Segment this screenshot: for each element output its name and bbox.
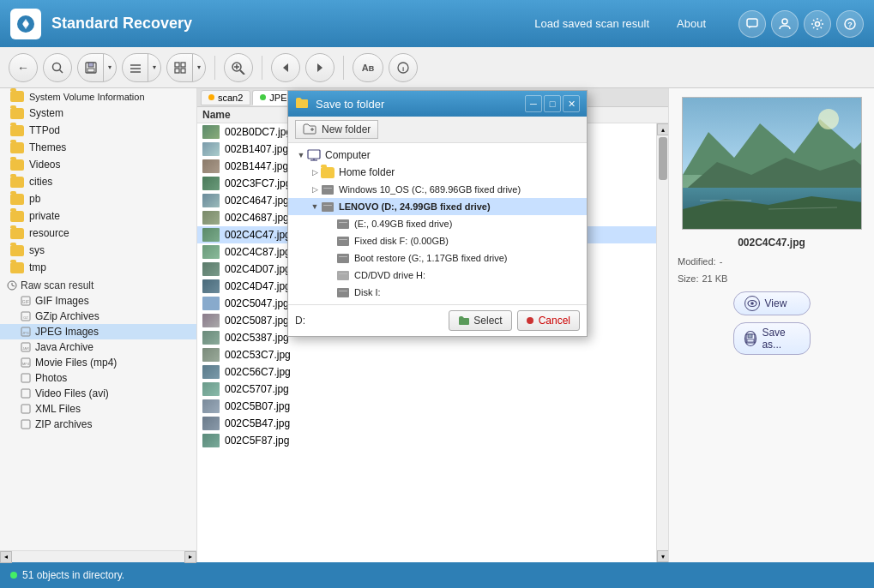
file-thumb (202, 434, 220, 447)
hscroll-right[interactable]: ▸ (184, 551, 196, 563)
vscroll-up[interactable]: ▴ (657, 123, 669, 135)
tree-windows-drive[interactable]: ▷ Windows 10_OS (C:, 689.96GB fixed driv… (288, 181, 587, 198)
tree-expand-e[interactable] (329, 218, 336, 230)
vscroll-down[interactable]: ▾ (657, 550, 669, 562)
tree-subdrive-i[interactable]: Disk I: (288, 284, 587, 301)
view-button[interactable]: View (733, 291, 811, 315)
svg-rect-2 (747, 19, 757, 27)
tree-expand-home[interactable]: ▷ (309, 166, 321, 178)
tree-computer[interactable]: ▼ Computer (288, 147, 587, 164)
next-button[interactable] (305, 53, 335, 82)
folder-icon (10, 245, 24, 256)
sidebar-item-tmp[interactable]: tmp (0, 259, 196, 276)
save-button-group[interactable]: ▾ (77, 53, 117, 82)
chat-button[interactable] (738, 10, 766, 38)
sidebar-item-zip[interactable]: ZIP archives (0, 417, 196, 432)
tree-expand-computer[interactable]: ▼ (295, 149, 307, 161)
save-dropdown-arrow[interactable]: ▾ (104, 54, 116, 81)
file-row[interactable]: 002C56C7.jpg (197, 363, 656, 381)
dialog-close-button[interactable]: ✕ (563, 95, 580, 112)
file-thumb (202, 262, 220, 276)
sidebar-item-movie[interactable]: MP4 Movie Files (mp4) (0, 355, 196, 370)
tree-expand-lenovo[interactable]: ▼ (309, 201, 321, 213)
new-folder-button[interactable]: New folder (295, 120, 378, 139)
dialog-titlebar: Save to folder ─ □ ✕ (288, 91, 587, 117)
save-to-folder-dialog: Save to folder ─ □ ✕ New folder ▼ Comput… (287, 90, 588, 337)
back-button[interactable]: ← (9, 53, 38, 82)
tree-home-folder[interactable]: ▷ Home folder (288, 164, 587, 181)
file-thumb (202, 382, 220, 396)
file-row[interactable]: 002C5B07.jpg (197, 398, 656, 415)
list-dropdown-arrow[interactable]: ▾ (148, 54, 160, 81)
sidebar-item-system-volume[interactable]: System Volume Information (0, 88, 196, 105)
sidebar-item-gif[interactable]: GIF GIF Images (0, 293, 196, 309)
prev-button[interactable] (271, 53, 300, 82)
tree-expand-g[interactable] (329, 252, 336, 264)
file-row[interactable]: 002C5707.jpg (197, 381, 656, 398)
spacer (678, 267, 865, 273)
sidebar-item-gzip[interactable]: GZ GZip Archives (0, 309, 196, 324)
view-icon (744, 296, 760, 311)
sidebar-item-video-avi[interactable]: Video Files (avi) (0, 386, 196, 401)
tree-expand-h[interactable] (329, 269, 336, 281)
sidebar-item-photos[interactable]: Photos (0, 370, 196, 386)
file-thumb (202, 125, 220, 139)
view-dropdown-arrow[interactable]: ▾ (193, 54, 205, 81)
file-row[interactable]: 002C5B47.jpg (197, 415, 656, 432)
dialog-minimize-button[interactable]: ─ (525, 95, 542, 112)
save-button[interactable] (78, 54, 104, 81)
sidebar-item-ttpod[interactable]: TTPod (0, 122, 196, 139)
user-button[interactable] (771, 10, 799, 38)
sidebar-item-themes[interactable]: Themes (0, 139, 196, 156)
svg-rect-18 (181, 69, 185, 73)
tree-subdrive-h[interactable]: CD/DVD drive H: (288, 267, 587, 284)
sidebar-item-xml[interactable]: XML Files (0, 401, 196, 417)
svg-rect-40 (21, 374, 30, 382)
about-nav[interactable]: About (663, 12, 720, 35)
tree-expand-f[interactable] (329, 235, 336, 247)
sidebar-item-system[interactable]: System (0, 105, 196, 122)
scan-button[interactable] (224, 53, 253, 82)
settings-button[interactable] (804, 10, 831, 38)
dialog-select-button[interactable]: Select (449, 310, 511, 331)
info-button[interactable]: i (389, 53, 418, 82)
tree-expand-windows[interactable]: ▷ (309, 183, 321, 195)
load-scan-nav[interactable]: Load saved scan result (521, 12, 663, 35)
folder-icon (10, 159, 24, 171)
sidebar-item-java[interactable]: JAR Java Archive (0, 339, 196, 355)
preview-svg (683, 98, 862, 230)
list-button-group[interactable]: ▾ (122, 53, 161, 82)
dialog-cancel-button[interactable]: Cancel (517, 310, 580, 331)
file-row[interactable]: 002C5F87.jpg (197, 432, 656, 449)
sidebar-item-resource[interactable]: resource (0, 225, 196, 242)
tab-scan2[interactable]: scan2 (201, 90, 250, 105)
dialog-maximize-button[interactable]: □ (544, 95, 561, 112)
sidebar-item-cities[interactable]: cities (0, 173, 196, 190)
sidebar-item-sys[interactable]: sys (0, 242, 196, 259)
preview-size-row: Size: 21 KB (678, 273, 865, 284)
tree-expand-i[interactable] (329, 286, 336, 298)
file-row[interactable]: 002C53C7.jpg (197, 346, 656, 363)
tree-subdrive-g[interactable]: Boot restore (G:, 1.17GB fixed drive) (288, 249, 587, 267)
tree-subdrive-f[interactable]: Fixed disk F: (0.00GB) (288, 232, 587, 249)
sidebar-item-jpeg[interactable]: JPG JPEG Images (0, 324, 196, 339)
tree-lenovo-drive[interactable]: ▼ LENOVO (D:, 24.99GB fixed drive) (288, 198, 587, 215)
help-button[interactable]: ? (836, 10, 864, 38)
hscroll-left[interactable]: ◂ (0, 551, 12, 563)
dialog-title-text: Save to folder (316, 98, 523, 111)
sidebar-item-pb[interactable]: pb (0, 190, 196, 207)
tree-subdrive-e[interactable]: (E:, 0.49GB fixed drive) (288, 215, 587, 232)
folder-icon (10, 108, 24, 119)
list-button[interactable] (123, 54, 148, 81)
sidebar-item-private[interactable]: private (0, 207, 196, 225)
vscrollbar: ▴ ▾ (656, 123, 668, 562)
search-button[interactable] (43, 53, 72, 82)
sidebar-item-videos[interactable]: Videos (0, 156, 196, 173)
dialog-path-label: D: (295, 315, 305, 327)
rename-button[interactable]: Aв (353, 53, 383, 82)
saveas-button[interactable]: Save as... (733, 322, 811, 355)
view-button-group[interactable]: ▾ (166, 53, 206, 82)
vscroll-thumb[interactable] (659, 137, 667, 180)
sidebar-hscroll[interactable]: ◂ ▸ (0, 550, 196, 562)
view-button[interactable] (167, 54, 193, 81)
